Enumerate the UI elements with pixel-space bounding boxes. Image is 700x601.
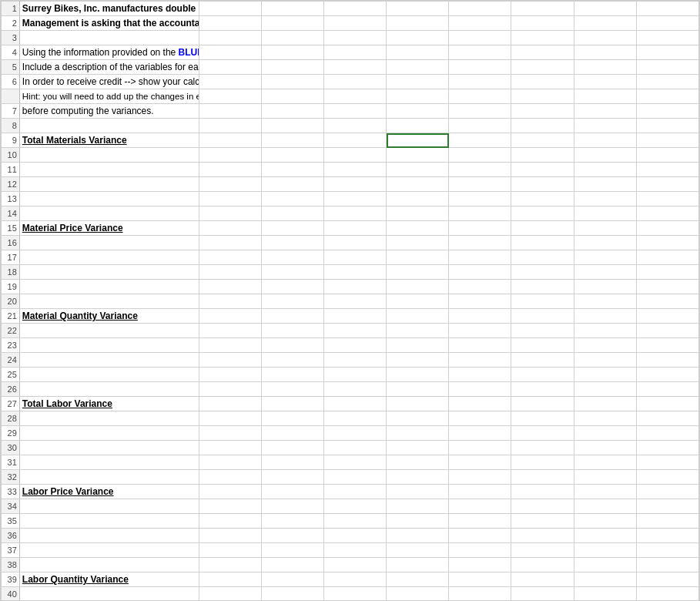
table-cell[interactable] — [636, 163, 698, 177]
table-cell[interactable] — [261, 60, 323, 75]
table-cell[interactable] — [636, 587, 698, 602]
table-cell[interactable] — [19, 441, 199, 455]
table-cell[interactable] — [261, 441, 323, 455]
table-cell[interactable] — [511, 148, 574, 163]
table-cell[interactable] — [323, 470, 386, 485]
table-cell[interactable] — [261, 426, 323, 441]
table-cell[interactable] — [19, 499, 199, 514]
table-cell[interactable] — [511, 397, 574, 411]
table-cell[interactable] — [199, 470, 261, 485]
table-cell[interactable] — [323, 265, 386, 280]
table-cell[interactable] — [199, 250, 261, 265]
table-cell[interactable] — [574, 192, 636, 206]
table-cell[interactable] — [574, 294, 636, 309]
table-cell[interactable] — [636, 192, 698, 206]
table-cell[interactable] — [199, 104, 261, 119]
table-cell[interactable] — [261, 177, 323, 192]
table-cell[interactable] — [449, 45, 511, 60]
table-cell[interactable] — [511, 294, 574, 309]
table-cell[interactable] — [261, 280, 323, 294]
table-cell[interactable] — [449, 572, 511, 587]
table-cell[interactable] — [511, 426, 574, 441]
table-cell[interactable] — [261, 382, 323, 397]
table-cell[interactable] — [449, 294, 511, 309]
table-cell[interactable] — [19, 206, 199, 221]
table-cell[interactable] — [574, 572, 636, 587]
table-cell[interactable] — [261, 499, 323, 514]
table-cell[interactable] — [261, 163, 323, 177]
table-cell[interactable]: Total Labor Variance — [19, 397, 199, 411]
table-cell[interactable] — [449, 2, 511, 16]
table-cell[interactable] — [636, 148, 698, 163]
table-cell[interactable] — [511, 75, 574, 89]
table-cell[interactable] — [449, 382, 511, 397]
table-cell[interactable] — [511, 16, 574, 31]
table-cell[interactable]: Management is asking that the accountant… — [19, 16, 199, 31]
table-cell[interactable] — [323, 368, 386, 382]
table-cell[interactable] — [387, 324, 449, 338]
table-cell[interactable] — [574, 368, 636, 382]
table-cell[interactable] — [323, 31, 386, 45]
table-cell[interactable] — [387, 338, 449, 353]
table-cell[interactable] — [19, 294, 199, 309]
table-cell[interactable] — [449, 206, 511, 221]
table-cell[interactable] — [323, 119, 386, 133]
table-cell[interactable] — [19, 265, 199, 280]
table-cell[interactable] — [636, 455, 698, 470]
table-cell[interactable] — [574, 353, 636, 368]
table-cell[interactable] — [323, 192, 386, 206]
table-cell[interactable] — [323, 499, 386, 514]
table-cell[interactable] — [323, 177, 386, 192]
table-cell[interactable] — [199, 558, 261, 572]
table-cell[interactable]: Labor Quantity Variance — [19, 572, 199, 587]
table-cell[interactable] — [636, 529, 698, 543]
table-cell[interactable] — [449, 558, 511, 572]
table-cell[interactable] — [449, 587, 511, 602]
table-cell[interactable] — [323, 16, 386, 31]
table-cell[interactable] — [449, 221, 511, 236]
table-cell[interactable] — [199, 309, 261, 324]
table-cell[interactable] — [636, 221, 698, 236]
table-cell[interactable] — [387, 514, 449, 529]
table-cell[interactable] — [511, 206, 574, 221]
table-cell[interactable] — [511, 236, 574, 250]
table-cell[interactable] — [387, 558, 449, 572]
table-cell[interactable] — [636, 280, 698, 294]
table-cell[interactable] — [323, 353, 386, 368]
table-cell[interactable] — [199, 499, 261, 514]
table-cell[interactable] — [449, 338, 511, 353]
table-cell[interactable] — [19, 236, 199, 250]
table-cell[interactable] — [511, 368, 574, 382]
table-cell[interactable] — [636, 31, 698, 45]
table-cell[interactable] — [261, 265, 323, 280]
table-cell[interactable] — [19, 470, 199, 485]
table-cell[interactable] — [323, 485, 386, 499]
table-cell[interactable] — [636, 411, 698, 426]
table-cell[interactable] — [19, 119, 199, 133]
table-cell[interactable] — [19, 411, 199, 426]
table-cell[interactable] — [199, 529, 261, 543]
table-cell[interactable] — [19, 163, 199, 177]
table-cell[interactable] — [636, 426, 698, 441]
table-cell[interactable] — [449, 470, 511, 485]
table-cell[interactable] — [199, 2, 261, 16]
table-cell[interactable] — [387, 60, 449, 75]
table-cell[interactable] — [636, 89, 698, 104]
table-cell[interactable]: before computing the variances. — [19, 104, 199, 119]
table-cell[interactable] — [511, 485, 574, 499]
table-cell[interactable] — [574, 148, 636, 163]
table-cell[interactable] — [387, 485, 449, 499]
table-cell[interactable] — [323, 2, 386, 16]
table-cell[interactable] — [574, 499, 636, 514]
table-cell[interactable] — [261, 529, 323, 543]
table-cell[interactable] — [19, 426, 199, 441]
table-cell[interactable] — [636, 543, 698, 558]
table-cell[interactable] — [387, 75, 449, 89]
table-cell[interactable] — [323, 148, 386, 163]
table-cell[interactable] — [636, 45, 698, 60]
table-cell[interactable] — [387, 280, 449, 294]
table-cell[interactable] — [511, 60, 574, 75]
table-cell[interactable] — [511, 411, 574, 426]
table-cell[interactable] — [574, 470, 636, 485]
table-cell[interactable] — [511, 250, 574, 265]
